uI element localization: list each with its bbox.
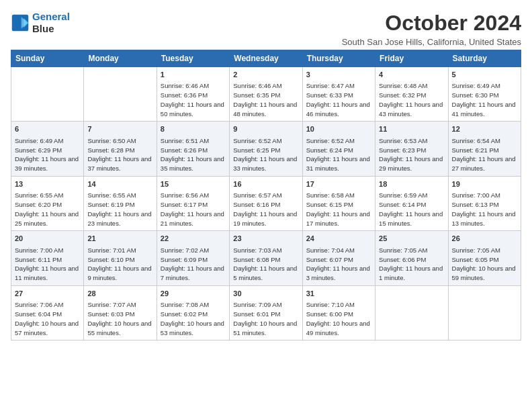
- day-info: Sunrise: 6:46 AMSunset: 6:35 PMDaylight:…: [233, 81, 298, 118]
- day-cell: 8Sunrise: 6:51 AMSunset: 6:26 PMDaylight…: [157, 122, 229, 176]
- day-number: 26: [452, 234, 517, 244]
- day-cell: 30Sunrise: 7:09 AMSunset: 6:01 PMDayligh…: [230, 285, 302, 340]
- location: South San Jose Hills, California, United…: [342, 37, 521, 47]
- day-cell: 10Sunrise: 6:52 AMSunset: 6:24 PMDayligh…: [302, 122, 375, 176]
- day-number: 25: [379, 234, 444, 244]
- day-info: Sunrise: 7:00 AMSunset: 6:11 PMDaylight:…: [15, 246, 80, 283]
- day-cell: 12Sunrise: 6:54 AMSunset: 6:21 PMDayligh…: [448, 122, 521, 176]
- day-info: Sunrise: 7:06 AMSunset: 6:04 PMDaylight:…: [15, 300, 80, 337]
- day-info: Sunrise: 6:55 AMSunset: 6:20 PMDaylight:…: [15, 191, 80, 228]
- day-number: 28: [87, 289, 152, 299]
- day-number: 12: [452, 124, 517, 134]
- day-info: Sunrise: 7:09 AMSunset: 6:01 PMDaylight:…: [233, 300, 298, 337]
- day-cell: 17Sunrise: 6:58 AMSunset: 6:15 PMDayligh…: [302, 176, 375, 230]
- col-saturday: Saturday: [448, 50, 521, 67]
- logo-text: General Blue: [32, 11, 70, 35]
- day-cell: 4Sunrise: 6:48 AMSunset: 6:32 PMDaylight…: [375, 67, 448, 122]
- day-info: Sunrise: 7:04 AMSunset: 6:07 PMDaylight:…: [306, 246, 371, 283]
- col-thursday: Thursday: [302, 50, 375, 67]
- day-info: Sunrise: 7:05 AMSunset: 6:05 PMDaylight:…: [452, 246, 517, 283]
- day-cell: [11, 67, 84, 122]
- day-info: Sunrise: 6:57 AMSunset: 6:16 PMDaylight:…: [233, 191, 298, 228]
- day-info: Sunrise: 7:03 AMSunset: 6:08 PMDaylight:…: [233, 246, 298, 283]
- day-number: 10: [306, 124, 371, 134]
- day-number: 17: [306, 179, 371, 189]
- day-info: Sunrise: 7:08 AMSunset: 6:02 PMDaylight:…: [161, 300, 226, 337]
- logo-line1: General: [32, 11, 70, 22]
- day-number: 24: [306, 234, 371, 244]
- col-friday: Friday: [375, 50, 448, 67]
- week-row-4: 27Sunrise: 7:06 AMSunset: 6:04 PMDayligh…: [11, 285, 521, 340]
- day-number: 2: [233, 70, 298, 80]
- day-info: Sunrise: 7:01 AMSunset: 6:10 PMDaylight:…: [87, 246, 152, 283]
- day-cell: 29Sunrise: 7:08 AMSunset: 6:02 PMDayligh…: [157, 285, 229, 340]
- calendar-header: Sunday Monday Tuesday Wednesday Thursday…: [11, 50, 521, 67]
- day-number: 23: [233, 234, 298, 244]
- day-number: 31: [306, 289, 371, 299]
- day-info: Sunrise: 7:05 AMSunset: 6:06 PMDaylight:…: [379, 246, 444, 283]
- day-cell: 22Sunrise: 7:02 AMSunset: 6:09 PMDayligh…: [157, 231, 229, 285]
- col-monday: Monday: [84, 50, 157, 67]
- day-number: 7: [87, 124, 152, 134]
- day-cell: 9Sunrise: 6:52 AMSunset: 6:25 PMDaylight…: [230, 122, 302, 176]
- day-number: 22: [161, 234, 226, 244]
- day-info: Sunrise: 6:48 AMSunset: 6:32 PMDaylight:…: [379, 81, 444, 118]
- day-cell: [448, 285, 521, 340]
- day-info: Sunrise: 7:07 AMSunset: 6:03 PMDaylight:…: [87, 300, 152, 337]
- day-info: Sunrise: 6:53 AMSunset: 6:23 PMDaylight:…: [379, 136, 444, 173]
- day-cell: 20Sunrise: 7:00 AMSunset: 6:11 PMDayligh…: [11, 231, 84, 285]
- day-cell: 31Sunrise: 7:10 AMSunset: 6:00 PMDayligh…: [302, 285, 375, 340]
- day-number: 3: [306, 70, 371, 80]
- day-cell: 21Sunrise: 7:01 AMSunset: 6:10 PMDayligh…: [84, 231, 157, 285]
- day-number: 13: [15, 179, 80, 189]
- day-cell: 28Sunrise: 7:07 AMSunset: 6:03 PMDayligh…: [84, 285, 157, 340]
- day-number: 8: [161, 124, 226, 134]
- day-info: Sunrise: 6:58 AMSunset: 6:15 PMDaylight:…: [306, 191, 371, 228]
- day-number: 30: [233, 289, 298, 299]
- day-cell: 24Sunrise: 7:04 AMSunset: 6:07 PMDayligh…: [302, 231, 375, 285]
- day-cell: 15Sunrise: 6:56 AMSunset: 6:17 PMDayligh…: [157, 176, 229, 230]
- day-cell: 6Sunrise: 6:49 AMSunset: 6:29 PMDaylight…: [11, 122, 84, 176]
- calendar-table: Sunday Monday Tuesday Wednesday Thursday…: [11, 50, 521, 340]
- day-cell: 19Sunrise: 7:00 AMSunset: 6:13 PMDayligh…: [448, 176, 521, 230]
- day-number: 27: [15, 289, 80, 299]
- day-info: Sunrise: 6:55 AMSunset: 6:19 PMDaylight:…: [87, 191, 152, 228]
- day-info: Sunrise: 6:52 AMSunset: 6:24 PMDaylight:…: [306, 136, 371, 173]
- day-cell: 2Sunrise: 6:46 AMSunset: 6:35 PMDaylight…: [230, 67, 302, 122]
- day-info: Sunrise: 6:50 AMSunset: 6:28 PMDaylight:…: [87, 136, 152, 173]
- day-cell: 1Sunrise: 6:46 AMSunset: 6:36 PMDaylight…: [157, 67, 229, 122]
- day-info: Sunrise: 6:56 AMSunset: 6:17 PMDaylight:…: [161, 191, 226, 228]
- day-number: 5: [452, 70, 517, 80]
- day-info: Sunrise: 7:10 AMSunset: 6:00 PMDaylight:…: [306, 300, 371, 337]
- day-number: 1: [161, 70, 226, 80]
- week-row-0: 1Sunrise: 6:46 AMSunset: 6:36 PMDaylight…: [11, 67, 521, 122]
- day-cell: 11Sunrise: 6:53 AMSunset: 6:23 PMDayligh…: [375, 122, 448, 176]
- day-cell: 27Sunrise: 7:06 AMSunset: 6:04 PMDayligh…: [11, 285, 84, 340]
- day-number: 19: [452, 179, 517, 189]
- day-cell: [84, 67, 157, 122]
- title-area: October 2024 South San Jose Hills, Calif…: [342, 11, 521, 47]
- day-info: Sunrise: 6:46 AMSunset: 6:36 PMDaylight:…: [161, 81, 226, 118]
- day-number: 6: [15, 124, 80, 134]
- col-sunday: Sunday: [11, 50, 84, 67]
- day-cell: 3Sunrise: 6:47 AMSunset: 6:33 PMDaylight…: [302, 67, 375, 122]
- day-info: Sunrise: 6:52 AMSunset: 6:25 PMDaylight:…: [233, 136, 298, 173]
- day-info: Sunrise: 7:02 AMSunset: 6:09 PMDaylight:…: [161, 246, 226, 283]
- day-number: 21: [87, 234, 152, 244]
- day-number: 29: [161, 289, 226, 299]
- day-cell: 16Sunrise: 6:57 AMSunset: 6:16 PMDayligh…: [230, 176, 302, 230]
- logo-line2: Blue: [32, 23, 70, 35]
- week-row-1: 6Sunrise: 6:49 AMSunset: 6:29 PMDaylight…: [11, 122, 521, 176]
- day-number: 20: [15, 234, 80, 244]
- day-info: Sunrise: 6:49 AMSunset: 6:30 PMDaylight:…: [452, 81, 517, 118]
- day-cell: 7Sunrise: 6:50 AMSunset: 6:28 PMDaylight…: [84, 122, 157, 176]
- week-row-3: 20Sunrise: 7:00 AMSunset: 6:11 PMDayligh…: [11, 231, 521, 285]
- day-info: Sunrise: 6:51 AMSunset: 6:26 PMDaylight:…: [161, 136, 226, 173]
- day-number: 15: [161, 179, 226, 189]
- day-number: 14: [87, 179, 152, 189]
- day-info: Sunrise: 6:59 AMSunset: 6:14 PMDaylight:…: [379, 191, 444, 228]
- day-cell: 25Sunrise: 7:05 AMSunset: 6:06 PMDayligh…: [375, 231, 448, 285]
- page-header: General Blue October 2024 South San Jose…: [11, 11, 521, 47]
- day-cell: 14Sunrise: 6:55 AMSunset: 6:19 PMDayligh…: [84, 176, 157, 230]
- week-row-2: 13Sunrise: 6:55 AMSunset: 6:20 PMDayligh…: [11, 176, 521, 230]
